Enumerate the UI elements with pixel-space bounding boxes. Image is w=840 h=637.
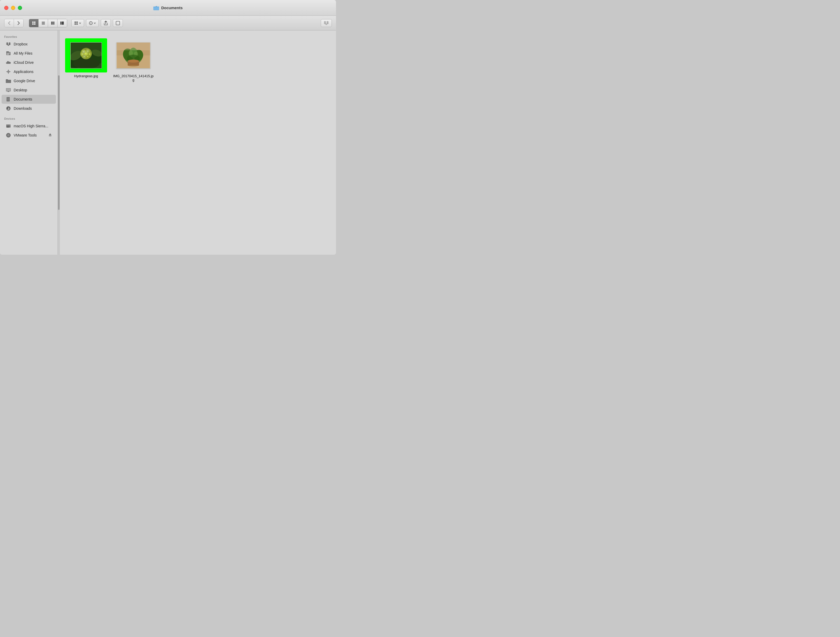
title-text: Documents: [161, 6, 183, 10]
minimize-button[interactable]: [11, 6, 15, 10]
svg-rect-5: [32, 24, 33, 25]
file-grid: Hydrangeas.jpg: [65, 36, 331, 82]
sidebar-divider: [58, 30, 60, 255]
svg-rect-12: [54, 22, 54, 25]
file-thumbnail-img: [116, 42, 150, 68]
svg-rect-104: [117, 43, 150, 50]
sidebar-item-macos[interactable]: macOS High Sierra...: [2, 122, 56, 131]
file-thumbnail-hydrangeas: [70, 42, 102, 68]
file-name-hydrangeas: Hydrangeas.jpg: [74, 74, 98, 78]
svg-point-84: [83, 51, 85, 52]
svg-rect-10: [51, 22, 52, 25]
svg-point-103: [129, 65, 138, 67]
svg-rect-15: [74, 22, 76, 23]
forward-button[interactable]: [14, 19, 24, 27]
dropbox-icon: [6, 41, 11, 47]
sidebar-item-label: Documents: [14, 97, 32, 101]
tag-button[interactable]: [113, 19, 123, 27]
svg-point-59: [9, 126, 10, 127]
svg-rect-11: [52, 22, 53, 25]
svg-point-85: [87, 51, 88, 52]
toolbar: [0, 16, 336, 30]
favorites-label: Favorites: [0, 33, 57, 40]
svg-rect-16: [76, 22, 78, 23]
close-button[interactable]: [4, 6, 8, 10]
svg-point-58: [9, 125, 10, 125]
sidebar-item-documents[interactable]: Documents: [2, 95, 56, 104]
sidebar-item-label: Downloads: [14, 106, 32, 111]
sidebar-item-desktop[interactable]: Desktop: [2, 85, 56, 95]
svg-rect-60: [7, 125, 9, 125]
svg-rect-25: [116, 21, 120, 25]
disc-icon: [6, 133, 11, 138]
svg-point-102: [128, 60, 139, 63]
svg-rect-18: [76, 24, 78, 25]
sidebar-item-google-drive[interactable]: Google Drive: [2, 76, 56, 85]
svg-point-87: [87, 56, 88, 57]
main-content: Favorites Dropbox: [0, 30, 336, 255]
svg-rect-39: [7, 54, 9, 54]
file-area: Hydrangeas.jpg: [60, 30, 336, 255]
eject-button[interactable]: [49, 133, 52, 138]
view-buttons: [29, 19, 67, 27]
share-button[interactable]: [101, 19, 111, 27]
view-column-button[interactable]: [48, 19, 57, 27]
svg-rect-2: [153, 7, 159, 10]
sidebar-item-label: Applications: [14, 70, 33, 74]
back-button[interactable]: [5, 19, 14, 27]
documents-icon: [6, 96, 11, 102]
icloud-icon: [6, 60, 11, 65]
sidebar-item-label: iCloud Drive: [14, 60, 33, 65]
hdd-icon: [6, 123, 11, 129]
folder-icon: [6, 78, 11, 84]
svg-rect-38: [7, 53, 10, 53]
dropbox-button[interactable]: [321, 19, 332, 27]
file-item-hydrangeas[interactable]: Hydrangeas.jpg: [65, 38, 107, 78]
sidebar-item-applications[interactable]: Applications: [2, 67, 56, 76]
sidebar-item-downloads[interactable]: Downloads: [2, 104, 56, 113]
sidebar-item-dropbox[interactable]: Dropbox: [2, 40, 56, 49]
svg-rect-40: [7, 54, 9, 55]
svg-rect-4: [34, 22, 35, 23]
sidebar-item-label: macOS High Sierra...: [14, 124, 48, 128]
folder-icon: [153, 6, 159, 10]
desktop-icon: [6, 87, 11, 93]
svg-point-20: [90, 22, 92, 24]
svg-marker-64: [49, 133, 51, 135]
sidebar-item-label: VMware Tools: [14, 133, 37, 138]
maximize-button[interactable]: [18, 6, 22, 10]
file-name-img: IMG_20170415_141415.jpg: [112, 74, 154, 82]
svg-point-90: [85, 53, 87, 54]
svg-rect-65: [49, 136, 51, 136]
sidebar-item-icloud[interactable]: iCloud Drive: [2, 58, 56, 67]
window-controls: [4, 6, 22, 10]
svg-rect-14: [62, 22, 64, 25]
svg-rect-52: [6, 97, 8, 99]
sidebar-item-label: All My Files: [14, 51, 33, 55]
view-cover-button[interactable]: [57, 19, 67, 27]
title-bar: Documents: [0, 0, 336, 16]
sidebar-item-vmware[interactable]: VMware Tools: [2, 131, 56, 140]
svg-rect-46: [6, 89, 11, 91]
sidebar-item-label: Google Drive: [14, 79, 35, 83]
view-icon-button[interactable]: [29, 19, 39, 27]
svg-rect-6: [34, 24, 35, 25]
svg-rect-17: [74, 24, 76, 25]
view-list-button[interactable]: [39, 19, 48, 27]
sidebar-item-all-my-files[interactable]: All My Files: [2, 49, 56, 58]
window-title: Documents: [153, 6, 183, 10]
svg-point-86: [89, 53, 90, 55]
sidebar-item-label: Dropbox: [14, 42, 28, 46]
file-thumbnail-wrapper-img: [112, 38, 154, 73]
svg-rect-48: [8, 92, 9, 92]
svg-rect-3: [32, 22, 33, 23]
sidebar-scrollbar[interactable]: [58, 75, 60, 210]
action-button[interactable]: [86, 19, 99, 27]
file-item-img[interactable]: IMG_20170415_141415.jpg: [112, 38, 154, 82]
svg-rect-9: [42, 24, 45, 24]
svg-rect-51: [8, 98, 9, 101]
svg-rect-13: [60, 22, 62, 25]
devices-label: Devices: [0, 115, 57, 121]
file-thumbnail-wrapper-selected: [65, 38, 107, 73]
arrange-button[interactable]: [71, 19, 84, 27]
